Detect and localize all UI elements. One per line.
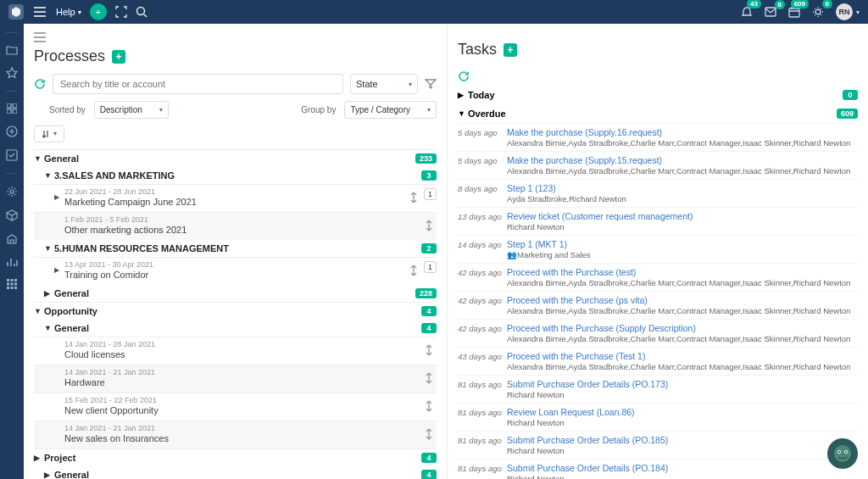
caret-icon[interactable]: ▶ bbox=[54, 266, 59, 274]
caret-icon[interactable]: ▼ bbox=[458, 109, 468, 118]
caret-icon[interactable]: ▶ bbox=[44, 289, 54, 298]
notifications-icon[interactable]: 43 bbox=[741, 6, 753, 18]
task-row[interactable]: 42 days agoProceed with the Purchase (te… bbox=[458, 263, 858, 291]
process-group[interactable]: ▼Opportunity4 bbox=[34, 302, 437, 320]
task-row[interactable]: 5 days agoMake the purchase (Supply.15.r… bbox=[458, 151, 858, 179]
task-section-header[interactable]: ▶Today0 bbox=[458, 86, 858, 104]
task-row[interactable]: 81 days agoSubmit Purchase Order Details… bbox=[458, 431, 858, 459]
task-row[interactable]: 42 days agoProceed with the Purchase (Su… bbox=[458, 319, 858, 347]
process-group[interactable]: ▼5.HUMAN RESOURCES MANAGEMENT2 bbox=[34, 240, 437, 257]
process-item[interactable]: 15 Feb 2021 - 22 Feb 2021New client Oppo… bbox=[34, 393, 437, 421]
process-group[interactable]: ▶General4 bbox=[34, 466, 437, 479]
caret-icon[interactable]: ▼ bbox=[34, 154, 44, 163]
caret-icon[interactable]: ▶ bbox=[458, 91, 468, 99]
sort-dropdown[interactable]: Description▾ bbox=[94, 101, 169, 119]
group-dropdown[interactable]: Type / Category▾ bbox=[344, 101, 437, 119]
process-group[interactable]: ▼General233 bbox=[34, 149, 437, 167]
reorder-icon[interactable] bbox=[425, 428, 433, 440]
process-item[interactable]: ▶22 Jun 2021 - 28 Jun 2021Marketing Camp… bbox=[34, 184, 437, 212]
process-group[interactable]: ▼General4 bbox=[34, 320, 437, 337]
calendar-icon[interactable]: 609 bbox=[788, 6, 800, 18]
task-title-link[interactable]: Proceed with the Purchase (test) bbox=[507, 267, 858, 277]
fullscreen-icon[interactable] bbox=[115, 6, 127, 18]
sidebar-box-icon[interactable] bbox=[0, 209, 24, 221]
task-section-header[interactable]: ▼Overdue609 bbox=[458, 104, 858, 123]
process-item[interactable]: 14 Jan 2021 - 21 Jan 2021New sales on In… bbox=[34, 421, 437, 448]
task-title-link[interactable]: Make the purchase (Supply.15.request) bbox=[507, 155, 858, 165]
process-group[interactable]: ▼3.SALES AND MARKETING3 bbox=[34, 167, 437, 184]
add-button[interactable]: + bbox=[90, 3, 107, 20]
task-row[interactable]: 42 days agoProceed with the Purchase (ps… bbox=[458, 291, 858, 319]
theme-icon[interactable]: 0 bbox=[812, 6, 824, 18]
tasks-refresh-icon[interactable] bbox=[458, 70, 858, 82]
task-title-link[interactable]: Submit Purchase Order Details (PO.184) bbox=[507, 463, 858, 473]
caret-icon[interactable]: ▼ bbox=[44, 171, 54, 180]
menu-icon[interactable] bbox=[34, 7, 46, 17]
sort-direction-button[interactable]: ▾ bbox=[34, 125, 64, 142]
chat-assistant-button[interactable] bbox=[827, 438, 858, 469]
reorder-icon[interactable] bbox=[425, 344, 433, 356]
mail-badge: 8 bbox=[775, 0, 785, 9]
task-title-link[interactable]: Submit Purchase Order Details (PO.185) bbox=[507, 435, 858, 445]
task-title-link[interactable]: Review ticket (Customer request manageme… bbox=[507, 211, 858, 221]
sidebar-building-icon[interactable] bbox=[0, 233, 24, 245]
sidebar-add-circle-icon[interactable] bbox=[0, 125, 24, 137]
sidebar-folder-icon[interactable] bbox=[0, 45, 24, 55]
task-title-link[interactable]: Step 1 (MKT 1) bbox=[507, 239, 858, 249]
sidebar-grid-icon[interactable] bbox=[0, 279, 24, 289]
caret-icon[interactable]: ▼ bbox=[44, 324, 54, 332]
process-group[interactable]: ▶General228 bbox=[34, 285, 437, 302]
caret-icon[interactable]: ▼ bbox=[44, 244, 54, 253]
process-item[interactable]: 1 Feb 2021 - 5 Feb 2021Other marketing a… bbox=[34, 212, 437, 240]
reorder-icon[interactable] bbox=[409, 192, 418, 203]
task-row[interactable]: 81 days agoSubmit Purchase Order Details… bbox=[458, 459, 858, 479]
reorder-icon[interactable] bbox=[425, 220, 433, 231]
refresh-icon[interactable] bbox=[34, 78, 46, 90]
logo[interactable] bbox=[8, 4, 24, 19]
svg-rect-19 bbox=[14, 287, 17, 289]
filter-icon[interactable] bbox=[425, 78, 437, 90]
caret-icon[interactable]: ▶ bbox=[44, 471, 54, 479]
processes-panel: Processes + State▾ Sorted by Description… bbox=[24, 24, 448, 479]
search-input[interactable] bbox=[53, 74, 343, 94]
task-title-link[interactable]: Proceed with the Purchase (ps vita) bbox=[507, 295, 858, 305]
reorder-icon[interactable] bbox=[409, 265, 418, 276]
task-row[interactable]: 81 days agoSubmit Purchase Order Details… bbox=[458, 375, 858, 403]
task-row[interactable]: 13 days agoReview ticket (Customer reque… bbox=[458, 207, 858, 235]
task-row[interactable]: 43 days agoProceed with the Purchase (Te… bbox=[458, 347, 858, 375]
sidebar-apps-icon[interactable] bbox=[0, 103, 24, 114]
task-title-link[interactable]: Step 1 (123) bbox=[507, 183, 858, 193]
avatar-menu-chevron[interactable]: ▾ bbox=[856, 8, 860, 16]
sidebar-settings-icon[interactable] bbox=[0, 186, 24, 198]
panel-menu-icon[interactable] bbox=[34, 24, 437, 47]
avatar[interactable]: RN bbox=[836, 3, 853, 20]
caret-icon[interactable]: ▶ bbox=[54, 193, 59, 201]
task-row[interactable]: 14 days agoStep 1 (MKT 1)👥Marketing and … bbox=[458, 235, 858, 263]
caret-icon[interactable]: ▶ bbox=[34, 454, 44, 462]
mail-icon[interactable]: 8 bbox=[765, 7, 776, 17]
process-item[interactable]: 14 Jan 2021 - 21 Jan 2021Hardware bbox=[34, 365, 437, 393]
reorder-icon[interactable] bbox=[425, 372, 433, 384]
task-row[interactable]: 8 days agoStep 1 (123)Ayda Stradbroke,Ri… bbox=[458, 179, 858, 207]
reorder-icon[interactable] bbox=[425, 400, 433, 412]
add-process-button[interactable]: + bbox=[112, 50, 125, 64]
task-title-link[interactable]: Proceed with the Purchase (Supply Descri… bbox=[507, 323, 858, 333]
task-title-link[interactable]: Make the purchase (Supply.16.request) bbox=[507, 127, 858, 137]
sidebar-chart-icon[interactable] bbox=[0, 257, 24, 267]
process-item[interactable]: 14 Jan 2021 - 28 Jan 2021Cloud licenses bbox=[34, 337, 437, 365]
add-task-button[interactable]: + bbox=[504, 43, 517, 57]
task-title-link[interactable]: Proceed with the Purchase (Test 1) bbox=[507, 351, 858, 361]
search-icon[interactable] bbox=[136, 6, 147, 18]
task-title-link[interactable]: Review Loan Request (Loan.86) bbox=[507, 407, 858, 417]
caret-icon[interactable]: ▼ bbox=[34, 307, 44, 315]
sidebar-star-icon[interactable] bbox=[0, 67, 24, 79]
process-item[interactable]: ▶13 Apr 2021 - 30 Apr 2021Training on Co… bbox=[34, 257, 437, 285]
state-dropdown[interactable]: State▾ bbox=[350, 74, 418, 94]
sidebar-check-icon[interactable] bbox=[0, 149, 24, 161]
help-menu[interactable]: Help▾ bbox=[56, 7, 81, 17]
processes-title: Processes bbox=[34, 47, 105, 65]
task-title-link[interactable]: Submit Purchase Order Details (PO.173) bbox=[507, 379, 858, 389]
process-group[interactable]: ▶Project4 bbox=[34, 448, 437, 466]
task-row[interactable]: 5 days agoMake the purchase (Supply.16.r… bbox=[458, 123, 858, 151]
task-row[interactable]: 81 days agoReview Loan Request (Loan.86)… bbox=[458, 403, 858, 431]
